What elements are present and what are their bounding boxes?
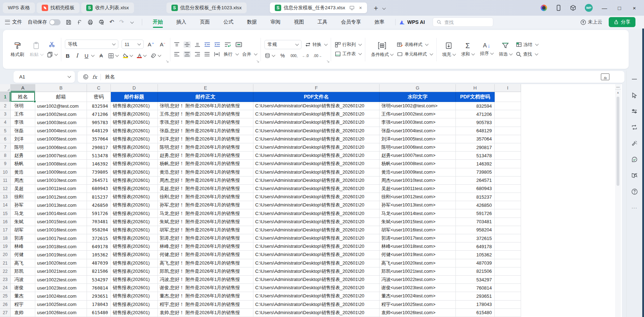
cell[interactable]: C:\Users\Administrator\Desktop\销售报表_2026… [253,135,380,143]
redo-icon[interactable]: ↷ [119,19,124,25]
cell[interactable]: 958204 [456,226,495,234]
cell[interactable]: user10011test.com [35,185,87,193]
cell[interactable] [495,218,521,226]
cell[interactable]: C:\Users\Administrator\Desktop\销售报表_2026… [253,276,380,284]
cell[interactable] [495,276,521,284]
cell[interactable]: 426850 [87,201,111,209]
tab-recipient-list[interactable]: S 收件人列表.xlsx [81,2,134,13]
row-header-25[interactable]: 25 [0,292,11,300]
cell[interactable]: C:\Users\Administrator\Desktop\销售报表_2026… [253,143,380,152]
cell[interactable]: 马龙,您好！ 附件是2026年1月的销售报 [158,209,253,218]
cell[interactable] [495,92,521,102]
cell[interactable]: 马龙<user10014test.com> [380,209,456,218]
filter-button[interactable]: 筛选 [497,40,514,59]
column-header-H[interactable]: H [456,84,495,92]
cell[interactable] [495,127,521,135]
sum-button[interactable]: Σ 求和 [459,40,476,59]
cell[interactable]: C:\Users\Administrator\Desktop\销售报表_2026… [253,127,380,135]
book-search-icon[interactable] [630,171,639,180]
cell[interactable] [495,242,521,251]
rows-columns-button[interactable]: 行和列 [335,42,362,48]
cell[interactable]: 刘洋<user10005test.com> [380,135,456,143]
strikethrough-button[interactable]: A [98,52,104,59]
cell[interactable]: 赵勇,您好！ 附件是2026年1月的销售报 [158,152,253,160]
align-left-icon[interactable] [174,52,180,57]
cell[interactable]: 高飞,您好！ 附件是2026年1月的销售报 [158,259,253,267]
cell[interactable]: user1002@test.com [35,102,87,110]
cell[interactable]: 郑凯<user10021test.com> [380,267,456,276]
tab-docer-templates[interactable]: 找稻壳模板 [37,2,80,13]
cell[interactable]: 534297 [87,276,111,284]
cell[interactable]: 105362 [456,251,495,259]
cell[interactable]: 649178 [456,242,495,251]
increase-font-size-button[interactable]: A＋ [147,41,156,48]
find-button[interactable]: 查找 [516,51,538,57]
cell[interactable]: 程宇,您好！ 附件是2026年1月的销售报 [158,301,253,309]
cell[interactable]: 李强,您好！ 附件是2026年1月的销售报 [158,118,253,127]
cell[interactable]: 郭涛 [11,234,35,242]
cell[interactable]: 朱斌,您好！ 附件是2026年1月的销售报 [158,218,253,226]
cell[interactable]: 销售报表(202601) [111,168,158,177]
row-header-26[interactable]: 26 [0,301,11,309]
tab-list-dropdown-icon[interactable] [382,6,386,10]
file-menu-button[interactable]: 文件 [5,19,22,25]
increase-decimal-icon[interactable]: ←.0 [302,54,309,58]
row-header-27[interactable]: 27 [0,309,11,317]
row-header-13[interactable]: 13 [0,193,11,201]
cell[interactable]: 杨帆,您好！ 附件是2026年1月的销售报 [158,160,253,168]
row-header-4[interactable]: 4 [0,118,11,127]
cell[interactable]: 534297 [456,276,495,284]
cell[interactable]: 471206 [87,110,111,118]
cell[interactable]: user10025test.com [35,301,87,309]
cell[interactable]: 905783 [456,118,495,127]
cell[interactable]: 销售报表(202601) [111,309,158,317]
print-preview-icon[interactable] [98,19,104,25]
cell[interactable]: C:\Users\Administrator\Desktop\销售报表_2026… [253,102,380,110]
ribbon-tab-10[interactable]: 效率 [374,16,385,28]
cell[interactable]: 赵勇 [11,152,35,160]
cell[interactable]: 周杰<user10010test.com> [380,177,456,185]
cell[interactable]: 销售报表(202601) [111,284,158,292]
cell[interactable]: 487039 [87,259,111,267]
merge-cells-button[interactable]: 合并 [242,51,257,57]
cell[interactable]: 徐刚<user10012test.com> [380,193,456,201]
cell[interactable]: 张磊 [11,127,35,135]
font-size-select[interactable]: 11 [122,40,144,49]
cell[interactable]: C:\Users\Administrator\Desktop\销售报表_2026… [253,209,380,218]
cell[interactable]: C:\Users\Administrator\Desktop\销售报表_2026… [253,201,380,209]
cell[interactable]: user10004test.com [35,127,87,135]
cell[interactable]: 朱斌 [11,218,35,226]
cell[interactable]: 293651 [87,292,111,300]
cell[interactable]: user10017test.com [35,234,87,242]
row-header-20[interactable]: 20 [0,251,11,259]
font-dialog-launcher-icon[interactable] [166,60,169,63]
cell[interactable]: 陈明 [11,143,35,152]
ribbon-tab-3[interactable]: 页面 [199,16,211,28]
cell[interactable]: 冯波 [11,276,35,284]
cell[interactable]: user10022test.com [35,276,87,284]
cell[interactable]: 谢俊 [11,284,35,292]
cut-icon[interactable] [48,41,55,48]
cell[interactable]: user10016test.com [35,226,87,234]
more-options-icon[interactable]: ··· [630,203,639,212]
cell[interactable]: 姓名 [11,92,35,102]
cell[interactable]: 孙军 [11,201,35,209]
scrollbar-thumb[interactable] [617,97,619,186]
cell[interactable]: 销售报表(202601) [111,152,158,160]
cell[interactable]: user10024test.com [35,292,87,300]
cell[interactable] [495,152,521,160]
ribbon-tab-4[interactable]: 公式 [223,16,234,28]
cell[interactable]: 销售报表(202601) [111,201,158,209]
convert-button[interactable]: 转换 [305,42,327,48]
expand-formula-bar-icon[interactable]: fx [601,73,609,80]
cell[interactable] [495,118,521,127]
cell[interactable]: 刘洋 [11,135,35,143]
cell[interactable]: user10018test.com [35,242,87,251]
cell[interactable]: 832594 [87,102,111,110]
cell[interactable]: 销售报表(202601) [111,143,158,152]
maximize-window-button[interactable]: □ [616,5,623,11]
cell[interactable]: 密码 [87,92,111,102]
cell[interactable]: 销售报表(202601) [111,102,158,110]
decrease-font-size-button[interactable]: A− [159,41,166,48]
fill-color-button[interactable] [123,53,133,58]
